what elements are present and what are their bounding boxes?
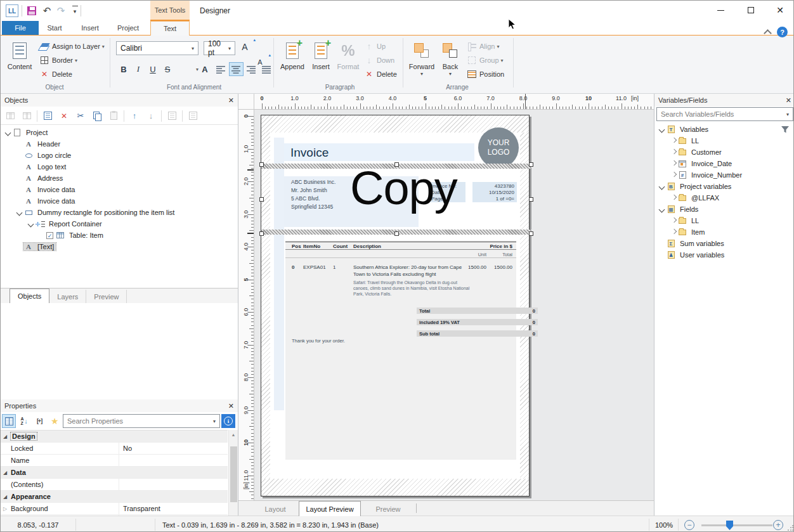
- design-canvas[interactable]: Invoice YOUR LOGO ABC Business Inc.Mr. J…: [254, 110, 654, 500]
- object-list-button[interactable]: [185, 109, 201, 123]
- edit-fields-button[interactable]: [164, 109, 180, 123]
- undo-button[interactable]: ↶: [40, 4, 54, 17]
- app-logo-icon[interactable]: LL: [6, 4, 18, 17]
- border-button[interactable]: Border▾: [39, 54, 77, 67]
- variables-tree-item[interactable]: ΣSum variables: [654, 238, 794, 249]
- property-group-row[interactable]: ◢Data: [1, 467, 228, 479]
- panel-tab-objects[interactable]: Objects: [10, 289, 49, 303]
- resize-handle-top-right[interactable]: [529, 162, 533, 167]
- group-expanded-icon[interactable]: ◢: [1, 434, 10, 439]
- chevron-down-icon[interactable]: [4, 129, 12, 136]
- cut-button[interactable]: ✂: [72, 109, 89, 123]
- variables-tree-item[interactable]: LL: [654, 215, 794, 226]
- chevron-right-icon[interactable]: [670, 228, 677, 236]
- insert-element-button[interactable]: [18, 109, 35, 123]
- chevron-down-icon[interactable]: [658, 205, 666, 213]
- variables-search-input[interactable]: Search Variables/Fields ▾: [656, 107, 793, 121]
- tab-text[interactable]: Text: [150, 21, 190, 36]
- objects-tree-item[interactable]: Logo circle: [1, 150, 238, 161]
- chevron-right-icon[interactable]: [670, 171, 677, 179]
- back-button[interactable]: Back ▾: [438, 39, 463, 82]
- property-row[interactable]: ▷BackgroundTransparent: [1, 503, 228, 515]
- maximize-button[interactable]: [736, 1, 765, 20]
- move-down-button[interactable]: ↓ Down: [363, 54, 394, 67]
- property-row[interactable]: LockedNo: [1, 443, 228, 455]
- objects-tree-item[interactable]: ALogo text: [1, 161, 238, 172]
- content-button[interactable]: Content: [4, 39, 35, 82]
- property-value[interactable]: [119, 479, 228, 490]
- save-button[interactable]: [25, 4, 39, 17]
- move-up-button[interactable]: ↑: [126, 109, 143, 123]
- resize-handle-bottom-right[interactable]: [529, 231, 533, 236]
- objects-tree-item[interactable]: AInvoice data: [1, 184, 238, 195]
- property-row[interactable]: Name: [1, 455, 228, 467]
- chevron-right-icon[interactable]: [670, 148, 677, 156]
- tab-project[interactable]: Project: [111, 21, 145, 35]
- font-size-combobox[interactable]: 100 pt▾: [204, 41, 235, 55]
- delete-paragraph-button[interactable]: ✕ Delete: [363, 68, 397, 81]
- resize-grip[interactable]: [787, 525, 793, 531]
- chevron-down-icon[interactable]: [658, 183, 666, 190]
- variables-tree-item[interactable]: Customer: [654, 146, 794, 158]
- tab-file[interactable]: File: [2, 21, 39, 35]
- tab-start[interactable]: Start: [40, 21, 69, 35]
- close-icon[interactable]: ✕: [786, 96, 791, 105]
- zoom-slider-handle[interactable]: [726, 521, 733, 530]
- property-value[interactable]: [119, 455, 228, 466]
- checkbox-checked-icon[interactable]: ✓: [46, 232, 53, 239]
- objects-tree-item[interactable]: AHeader: [1, 138, 238, 150]
- assign-to-layer-button[interactable]: Assign to Layer▾: [39, 40, 105, 53]
- favorites-button[interactable]: ★: [48, 414, 62, 428]
- italic-button[interactable]: I: [131, 62, 145, 76]
- align-left-button[interactable]: [214, 62, 228, 76]
- move-up-button[interactable]: ↑ Up: [363, 40, 386, 53]
- variables-tree-item[interactable]: ▦Fields: [654, 204, 794, 215]
- objects-tree-item[interactable]: A[Text]: [1, 241, 238, 252]
- delete-object-button[interactable]: ✕ Delete: [39, 68, 72, 81]
- tab-insert[interactable]: Insert: [74, 21, 106, 35]
- move-down-button[interactable]: ↓: [143, 109, 159, 123]
- chevron-down-icon[interactable]: [658, 126, 666, 133]
- variables-tree-item[interactable]: TVariables: [654, 124, 794, 135]
- view-tab-layout[interactable]: Layout: [253, 502, 297, 516]
- zoom-in-button[interactable]: +: [773, 516, 783, 532]
- property-row[interactable]: (Contents): [1, 479, 228, 491]
- copy-button[interactable]: [89, 109, 105, 123]
- close-icon[interactable]: ✕: [228, 96, 234, 105]
- insert-table-button[interactable]: [2, 109, 18, 123]
- objects-tree-item[interactable]: AInvoice data: [1, 195, 238, 207]
- chevron-right-icon[interactable]: [670, 194, 677, 202]
- panel-tab-layers[interactable]: Layers: [49, 290, 86, 303]
- invoice-item-table[interactable]: Pos ItemNo Count Description Price in $ …: [285, 240, 516, 460]
- chevron-right-icon[interactable]: [670, 217, 677, 224]
- forward-button[interactable]: Forward ▾: [407, 39, 437, 82]
- objects-tree-item[interactable]: ✛Report Container: [1, 218, 238, 230]
- objects-tree-item[interactable]: ✓Table: Item: [1, 230, 238, 241]
- view-tab-layout-preview[interactable]: Layout Preview: [299, 501, 361, 516]
- paste-button[interactable]: [105, 109, 122, 123]
- expand-all-button[interactable]: [+]: [32, 414, 46, 428]
- justify-button[interactable]: [259, 62, 274, 76]
- resize-handle-mid-right[interactable]: [529, 197, 533, 202]
- resize-handle-bottom-left[interactable]: [259, 231, 264, 236]
- property-group-row[interactable]: ◢Design: [1, 431, 228, 443]
- chevron-right-icon[interactable]: [670, 137, 677, 145]
- minimize-button[interactable]: [706, 1, 735, 20]
- categorized-view-button[interactable]: [2, 414, 16, 428]
- group-button[interactable]: Group▾: [466, 54, 504, 67]
- expand-arrow-icon[interactable]: ▷: [1, 506, 10, 512]
- chevron-down-icon[interactable]: [16, 209, 23, 216]
- property-value[interactable]: No: [119, 443, 228, 454]
- quick-access-dropdown[interactable]: ▾: [68, 4, 82, 17]
- object-properties-button[interactable]: [39, 109, 56, 123]
- variables-tree-item[interactable]: @LLFAX: [654, 192, 794, 204]
- align-right-button[interactable]: [244, 62, 259, 76]
- align-center-button[interactable]: [229, 62, 244, 76]
- variables-tree-item[interactable]: LL: [654, 135, 794, 146]
- font-name-combobox[interactable]: Calibri▾: [116, 41, 198, 55]
- grow-font-button[interactable]: A: [238, 40, 252, 54]
- variables-tree-item[interactable]: Item: [654, 226, 794, 238]
- resize-handle-bottom-center[interactable]: [394, 231, 399, 236]
- variables-tree-item[interactable]: #Invoice_Number: [654, 169, 794, 181]
- view-tab-preview[interactable]: Preview: [362, 502, 414, 516]
